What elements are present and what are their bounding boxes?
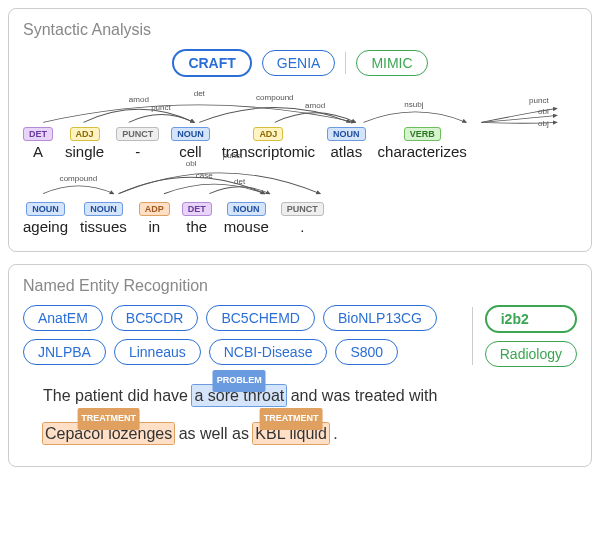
token-word: tissues xyxy=(80,218,127,235)
token: VERBcharacterizes xyxy=(378,127,467,160)
dependency-diagram: det amod punct compound amod nsubj punct… xyxy=(23,91,577,239)
pos-tag: PUNCT xyxy=(116,127,159,141)
ner-panel: Named Entity Recognition AnatEM BC5CDR B… xyxy=(8,264,592,467)
dataset-pill-radiology[interactable]: Radiology xyxy=(485,341,577,367)
svg-text:det: det xyxy=(234,178,246,186)
token-word: in xyxy=(148,218,160,235)
token-word: mouse xyxy=(224,218,269,235)
pos-tag: NOUN xyxy=(171,127,210,141)
ner-entity-label: TREATMENT xyxy=(77,408,140,430)
dataset-pill[interactable]: AnatEM xyxy=(23,305,103,331)
ner-divider xyxy=(472,307,473,365)
token: ADJsingle xyxy=(65,127,104,160)
pos-tag: ADP xyxy=(139,202,170,216)
token-word: cell xyxy=(179,143,202,160)
token-word: . xyxy=(300,218,304,235)
pos-tag: PUNCT xyxy=(281,202,324,216)
dataset-pill[interactable]: JNLPBA xyxy=(23,339,106,365)
svg-text:obl: obl xyxy=(538,108,549,116)
ner-entity-label: TREATMENT xyxy=(260,408,323,430)
svg-text:nsubj: nsubj xyxy=(404,100,424,108)
ner-entity-treatment: TREATMENTKBL liquid xyxy=(253,423,328,444)
ner-text-fragment: and was treated with xyxy=(286,387,437,404)
token: NOUNatlas xyxy=(327,127,366,160)
pos-tag: VERB xyxy=(404,127,441,141)
token-word: the xyxy=(186,218,207,235)
token: DETA xyxy=(23,127,53,160)
dataset-pill[interactable]: BC5CHEMD xyxy=(206,305,315,331)
ner-datasets-row: AnatEM BC5CDR BC5CHEMD BioNLP13CG JNLPBA… xyxy=(23,305,577,367)
token-word: A xyxy=(33,143,43,160)
svg-text:obl: obl xyxy=(186,159,197,167)
pos-tag: DET xyxy=(23,127,53,141)
ner-example-text: The patient did have PROBLEMa sore throa… xyxy=(43,377,577,454)
pos-tag: NOUN xyxy=(26,202,65,216)
token-word: characterizes xyxy=(378,143,467,160)
token: NOUNmouse xyxy=(224,202,269,235)
pos-tag: NOUN xyxy=(84,202,123,216)
ner-datasets-right: i2b2 Radiology xyxy=(485,305,577,367)
token-word: - xyxy=(135,143,140,160)
dependency-line-2: NOUNageing NOUNtissues ADPin DETthe NOUN… xyxy=(23,202,577,235)
svg-text:punct: punct xyxy=(529,97,550,105)
ner-text-fragment: . xyxy=(329,425,338,442)
pos-tag: ADJ xyxy=(253,127,283,141)
syntactic-title: Syntactic Analysis xyxy=(23,21,577,39)
token: NOUNcell xyxy=(171,127,210,160)
dataset-pill[interactable]: Linneaus xyxy=(114,339,201,365)
pos-tag: DET xyxy=(182,202,212,216)
token-word: ageing xyxy=(23,218,68,235)
dataset-pill[interactable]: BC5CDR xyxy=(111,305,199,331)
token-word: atlas xyxy=(330,143,362,160)
svg-text:compound: compound xyxy=(256,93,294,101)
svg-text:amod: amod xyxy=(129,96,149,104)
token: ADJtranscriptomic xyxy=(222,127,315,160)
dataset-pill[interactable]: S800 xyxy=(335,339,398,365)
ner-entity-label: PROBLEM xyxy=(213,370,266,392)
token: PUNCT. xyxy=(281,202,324,235)
token: DETthe xyxy=(182,202,212,235)
token-word: transcriptomic xyxy=(222,143,315,160)
dependency-line-1: DETA ADJsingle PUNCT- NOUNcell ADJtransc… xyxy=(23,127,577,160)
ner-text-fragment: The patient did have xyxy=(43,387,192,404)
svg-text:case: case xyxy=(196,172,213,180)
pos-tag: ADJ xyxy=(70,127,100,141)
svg-text:amod: amod xyxy=(305,102,325,110)
syntactic-analysis-panel: Syntactic Analysis CRAFT GENIA MIMIC det… xyxy=(8,8,592,252)
ner-entity-problem: PROBLEMa sore throat xyxy=(192,385,286,406)
svg-text:punct: punct xyxy=(151,104,172,112)
token-word: single xyxy=(65,143,104,160)
pos-tag: NOUN xyxy=(227,202,266,216)
token: ADPin xyxy=(139,202,170,235)
ner-entity-treatment: TREATMENTCepacol lozenges xyxy=(43,423,174,444)
ner-datasets-left: AnatEM BC5CDR BC5CHEMD BioNLP13CG JNLPBA… xyxy=(23,305,460,365)
token: NOUNtissues xyxy=(80,202,127,235)
corpus-pill-mimic[interactable]: MIMIC xyxy=(356,50,427,76)
corpus-pill-craft[interactable]: CRAFT xyxy=(172,49,251,77)
dataset-pill-i2b2[interactable]: i2b2 xyxy=(485,305,577,333)
token: PUNCT- xyxy=(116,127,159,160)
dataset-pill[interactable]: BioNLP13CG xyxy=(323,305,437,331)
svg-text:compound: compound xyxy=(60,174,98,182)
dataset-pill[interactable]: NCBI-Disease xyxy=(209,339,328,365)
svg-text:det: det xyxy=(194,90,206,98)
token: NOUNageing xyxy=(23,202,68,235)
syntactic-corpora-row: CRAFT GENIA MIMIC xyxy=(23,49,577,77)
corpora-divider xyxy=(345,52,346,74)
pos-tag: NOUN xyxy=(327,127,366,141)
ner-title: Named Entity Recognition xyxy=(23,277,577,295)
corpus-pill-genia[interactable]: GENIA xyxy=(262,50,336,76)
ner-text-fragment: as well as xyxy=(174,425,253,442)
